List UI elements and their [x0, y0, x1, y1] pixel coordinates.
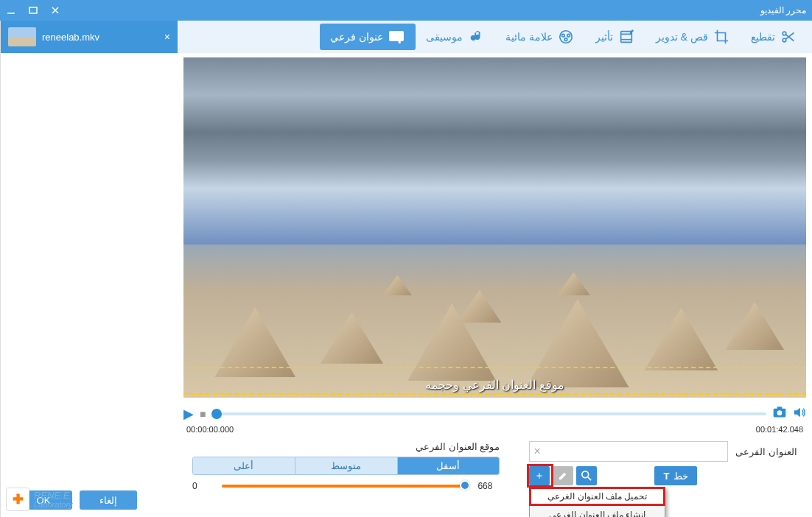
position-tabs: أسفل متوسط أعلى — [192, 457, 500, 475]
svg-point-16 — [564, 38, 567, 41]
subtitle-file-input[interactable] — [529, 441, 728, 462]
tab-watermark-label: علامة مائية — [505, 31, 553, 43]
logo: ✚ RENE.E Laboratory — [6, 488, 73, 511]
svg-point-5 — [783, 38, 786, 42]
time-current: 00:00:00.000 — [186, 425, 234, 434]
svg-rect-1 — [29, 7, 37, 13]
tab-subtitle-label: عنوان فرعي — [330, 31, 383, 43]
timeline-slider[interactable] — [211, 412, 766, 415]
maximize-button[interactable] — [28, 5, 38, 15]
titlebar: محرر الفيديو — [0, 0, 812, 21]
volume-button[interactable] — [793, 407, 806, 421]
subtitle-preview-text: موقع العنوان الفرعي وحجمه — [183, 378, 806, 392]
time-total: 00:01:42.048 — [756, 425, 803, 434]
search-subtitle-button[interactable] — [576, 466, 597, 485]
position-slider[interactable] — [222, 485, 470, 488]
menu-create-subtitle[interactable]: انشاء ملف العنوان الغرعي — [530, 506, 665, 517]
tab-effect[interactable]: تأثير — [585, 24, 645, 50]
menu-load-subtitle[interactable]: تحميل ملف العنوان الغرعي — [530, 488, 665, 506]
file-name: reneelab.mkv — [42, 32, 99, 43]
tab-watermark[interactable]: علامة مائية — [495, 24, 585, 50]
svg-point-15 — [567, 34, 570, 37]
tab-music-label: موسيقى — [426, 31, 463, 43]
position-middle[interactable]: متوسط — [295, 457, 397, 474]
file-thumbnail — [8, 27, 36, 46]
subtitle-top-guide[interactable] — [183, 367, 806, 368]
logo-subtitle: Laboratory — [34, 500, 73, 509]
subtitle-icon: SUBT — [388, 28, 405, 46]
svg-point-12 — [631, 30, 632, 31]
effect-icon — [617, 28, 635, 46]
tab-crop[interactable]: قص & تدوير — [645, 24, 741, 50]
scissors-icon — [780, 28, 797, 46]
tab-crop-label: قص & تدوير — [656, 31, 708, 43]
tab-effect-label: تأثير — [595, 31, 613, 43]
svg-point-21 — [777, 410, 783, 415]
svg-point-4 — [783, 32, 786, 35]
window-title: محرر الفيديو — [760, 5, 806, 15]
svg-marker-23 — [794, 407, 800, 416]
playhead[interactable] — [211, 409, 222, 419]
slider-max: 668 — [477, 481, 500, 491]
tab-subtitle[interactable]: SUBT عنوان فرعي — [320, 24, 416, 50]
subtitle-input-label: العنوان الفرعى — [735, 446, 797, 457]
svg-text:T: T — [397, 37, 402, 44]
svg-point-24 — [582, 471, 589, 478]
slider-min: 0 — [192, 481, 214, 491]
svg-point-11 — [630, 32, 631, 34]
play-button[interactable]: ▶ — [183, 406, 194, 422]
svg-rect-22 — [777, 407, 783, 409]
logo-name: RENE.E — [34, 490, 73, 500]
close-file-icon[interactable]: × — [164, 31, 170, 43]
clear-input-icon[interactable]: × — [533, 445, 540, 458]
svg-point-14 — [561, 34, 564, 37]
crop-icon — [713, 28, 730, 46]
font-button[interactable]: T خط — [654, 466, 697, 485]
main-toolbar: تقطيع قص & تدوير تأثير علامة مائية موسيق… — [178, 21, 812, 53]
snapshot-button[interactable] — [772, 405, 787, 422]
slider-handle[interactable] — [460, 480, 470, 490]
add-subtitle-button[interactable]: ＋ — [529, 466, 550, 485]
position-bottom[interactable]: أسفل — [397, 457, 500, 474]
edit-subtitle-button[interactable] — [553, 466, 573, 485]
close-button[interactable] — [50, 5, 60, 15]
svg-line-25 — [588, 477, 591, 480]
position-label: موقع العنوان الفرعي — [192, 441, 500, 452]
tab-cut[interactable]: تقطيع — [741, 24, 808, 50]
music-icon — [467, 28, 485, 46]
file-sidebar: reneelab.mkv × ✚ RENE.E Laboratory — [0, 21, 178, 517]
minimize-button[interactable] — [6, 5, 16, 15]
cancel-button[interactable]: إلغاء — [80, 490, 137, 510]
video-preview: موقع العنوان الفرعي وحجمه — [183, 57, 806, 398]
player-controls: ▶ ■ — [178, 402, 812, 425]
tab-music[interactable]: موسيقى — [416, 24, 495, 50]
logo-icon: ✚ — [6, 488, 29, 511]
position-top[interactable]: أعلى — [193, 457, 295, 474]
subtitle-bottom-guide[interactable] — [183, 393, 806, 395]
file-tab[interactable]: reneelab.mkv × — [1, 21, 178, 53]
subtitle-dropdown-menu: تحميل ملف العنوان الغرعي انشاء ملف العنو… — [529, 487, 665, 517]
stop-button[interactable]: ■ — [200, 408, 206, 420]
watermark-icon — [557, 28, 575, 46]
tab-cut-label: تقطيع — [751, 31, 775, 43]
